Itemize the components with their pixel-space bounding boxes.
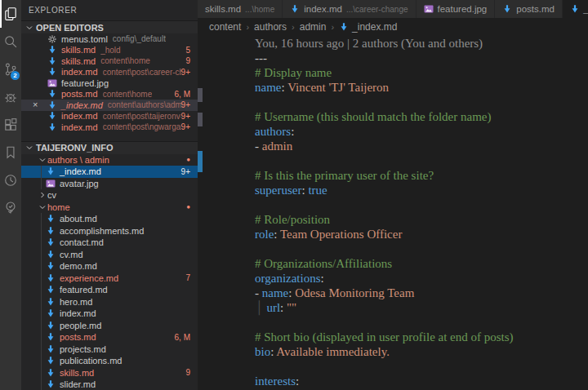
open-editor-item[interactable]: index.mdcontent\post\ngwargame9+ [21,122,198,133]
activity-bar-item-debug[interactable] [0,83,21,111]
image-icon [46,179,56,188]
problems-badge: 6, M [175,90,198,99]
tree-item[interactable]: cv [21,189,198,202]
file-name: demo.md [60,261,97,271]
file-tree: authors \ admin●_index.md9+avatar.jpgcvh… [21,154,198,390]
markdown-icon [46,297,56,307]
editor-tab[interactable]: index.md...\career-change [283,0,416,18]
markdown-icon [47,67,58,77]
indent-guide [41,166,42,178]
indent-guide [41,249,42,261]
file-name: featured.md [60,285,108,295]
vscode-window: 2 EXPLORER OPEN EDITORS menus.tomlconfig… [0,0,588,390]
breadcrumb-item[interactable]: content [209,21,241,33]
file-name: skills.md [61,56,96,66]
code-line: --- [255,51,588,65]
tree-item[interactable]: slider.md [21,379,198,390]
open-editor-item[interactable]: index.mdcontent\post\taijeronv-info9+ [21,111,198,122]
file-path: content\post\career-change [103,68,181,77]
gear-icon [47,34,58,44]
breadcrumb-separator-icon: › [331,22,334,32]
indent-guide [41,237,42,249]
tree-item[interactable]: cv.md [21,249,198,261]
code-editor[interactable]: You, 16 hours ago | 2 authors (You and o… [198,36,588,390]
open-editor-item[interactable]: posts.mdcontent\home6, M [21,89,198,100]
tree-item[interactable]: posts.md6, M [21,331,198,343]
problems-badge: 9+ [181,68,198,77]
code-line: role: Team Operations Officer [255,227,588,242]
indent-guide [41,379,42,390]
tree-item[interactable]: authors \ admin● [21,154,198,166]
markdown-icon [46,321,56,330]
git-pending-decoration [198,113,203,126]
tree-item[interactable]: home● [21,202,198,214]
markdown-icon [47,89,58,99]
markdown-icon [46,166,56,176]
tree-item[interactable]: experience.md7 [21,273,198,285]
markdown-icon [46,250,56,259]
activity-bar: 2 [0,0,21,390]
editor-tab[interactable]: posts.md [495,0,563,18]
markdown-icon [47,100,58,110]
file-name: skills.md [61,45,96,55]
open-editors-section-header[interactable]: OPEN EDITORS [21,20,198,33]
problems-badge: 9 [185,56,198,65]
editor-tab[interactable]: featured.jpg [416,0,496,18]
editor-tab[interactable]: skills.md...\home [198,0,283,18]
editor-tab[interactable]: _index.md× [563,0,588,18]
chevron-down-icon [38,156,47,164]
activity-bar-item-explorer[interactable] [0,0,21,28]
indent-guide [41,225,42,237]
markdown-icon [46,273,56,283]
file-path: content\home [103,90,153,99]
search-icon [3,34,18,49]
close-icon[interactable]: × [33,100,47,109]
activity-bar-item-extensions[interactable] [0,111,21,139]
open-editor-item[interactable]: skills.mdcontent\home9 [21,55,198,67]
tree-item[interactable]: featured.md [21,284,198,296]
tree-item[interactable]: hero.md [21,296,198,308]
tree-item[interactable]: projects.md [21,343,198,356]
chevron-right-icon [38,191,47,199]
blame-annotation[interactable]: You, 16 hours ago | 2 authors (You and o… [255,36,588,51]
debug-icon [3,90,18,104]
tree-item[interactable]: avatar.jpg [21,178,198,190]
indent-guide [41,331,42,343]
markdown-icon [46,214,56,224]
editor-group[interactable]: skills.md...\homeindex.md...\career-chan… [198,0,588,390]
tree-item[interactable]: about.md [21,213,198,225]
tree-item[interactable]: contact.md [21,237,198,249]
image-icon [424,4,434,14]
activity-bar-item-bookmarks[interactable] [0,139,21,166]
activity-bar-item-todo-tree[interactable] [0,194,21,222]
breadcrumb-item[interactable]: authors [254,21,287,33]
open-editor-item[interactable]: ×_index.mdcontent\authors\admin9+ [21,100,198,111]
tree-item[interactable]: _index.md9+ [21,166,198,178]
activity-bar-item-source-control[interactable]: 2 [0,55,21,83]
breadcrumb-file-label: _index.md [352,21,397,33]
sidebar-title: EXPLORER [21,0,198,20]
code-line: │ url: "" [255,300,588,315]
chevron-down-icon [24,144,34,152]
tree-item[interactable]: accomplishments.md [21,225,198,237]
open-editor-item[interactable]: index.mdcontent\post\career-change9+ [21,67,198,78]
tree-item[interactable]: skills.md9 [21,367,198,379]
open-editor-item[interactable]: featured.jpg [21,78,198,89]
breadcrumb-item[interactable]: admin [300,21,327,33]
tree-item[interactable]: publications.md [21,355,198,367]
tree-section-header[interactable]: TAIJERONV_INFO [21,141,198,154]
open-editor-item[interactable]: skills.md_hold5 [21,45,198,56]
activity-bar-item-search[interactable] [0,28,21,55]
markdown-icon [46,285,56,295]
file-name: projects.md [60,344,106,354]
file-name: experience.md [60,273,118,283]
breadcrumb-item-file[interactable]: _index.md [339,21,397,33]
extensions-icon [3,117,18,132]
tree-item[interactable]: demo.md [21,260,198,273]
tree-item[interactable]: people.md [21,320,198,332]
activity-bar-item-time[interactable] [0,166,21,194]
tree-item[interactable]: index.md [21,308,198,320]
open-editor-item[interactable]: menus.tomlconfig\_default [21,33,198,45]
code-line: # Organizations/Affiliations [255,256,588,271]
code-line: interests: [255,374,588,388]
